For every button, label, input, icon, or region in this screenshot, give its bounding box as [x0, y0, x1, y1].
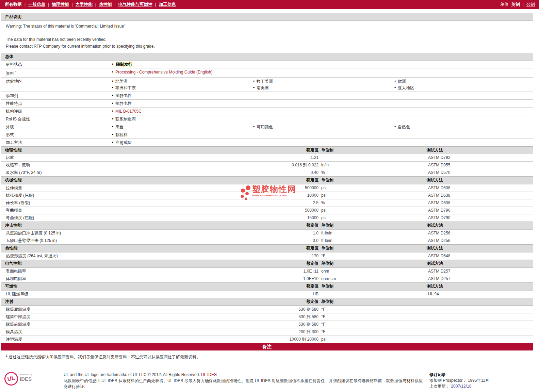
col-header-method: 测试方法	[427, 261, 533, 266]
nav-item-2[interactable]: 物理性能	[52, 2, 69, 7]
property-value-col-1: •联系制造商	[110, 116, 251, 122]
bullet-item: •非洲和中东	[110, 85, 251, 91]
nav-item-6[interactable]: 加工信息	[159, 2, 176, 7]
bullet-icon: •	[110, 93, 115, 98]
property-value-col-3: •自然色	[392, 124, 533, 130]
description-line-3: Please contact RTP Company for current i…	[6, 43, 529, 50]
nav-separator: |	[48, 2, 49, 7]
table-section-title: 电气性能	[1, 261, 205, 266]
table-section-header: 热性能额定值单位制测试方法	[1, 244, 533, 252]
row-unit: psi	[318, 185, 427, 191]
general-row: 外观•黑色•可用颜色•自然色	[1, 123, 533, 131]
table-section-header: 冲击性能额定值单位制测试方法	[1, 222, 533, 229]
table-row: 螺筒中部温度530 到 580°F	[1, 313, 533, 321]
row-value: 530 到 580	[205, 314, 318, 320]
row-unit: %	[318, 200, 427, 206]
table-section-title: 热性能	[1, 246, 205, 251]
bullet-icon: •	[110, 69, 115, 75]
bullet-item: •亚太地区	[392, 85, 533, 91]
col-header-unit: 单位制	[318, 148, 427, 153]
row-label: 比重	[1, 155, 205, 160]
bullet-icon: •	[110, 140, 115, 145]
ul-logo-icon: UL	[3, 371, 19, 386]
unit-english[interactable]: 英制	[511, 2, 520, 7]
property-value-text: 拉丁美洲	[257, 79, 273, 84]
units-label: 单位	[500, 2, 509, 7]
footer-english-text: UL and the UL logo are trademarks of UL …	[64, 372, 200, 377]
property-value-col-2	[251, 109, 392, 114]
property-label: 形式	[1, 132, 110, 137]
footnote-superscript: 1	[6, 354, 7, 357]
table-row: 弯曲模量500000psiASTM D790	[1, 207, 533, 214]
table-section-header: 注射额定值单位制	[1, 298, 533, 306]
property-value-text: 北美洲	[115, 79, 128, 84]
row-value: 0.016 到 0.022	[205, 163, 318, 168]
row-value: 1.21	[205, 155, 318, 160]
property-value-text: 南美洲	[257, 85, 269, 91]
table-row: 悬壁梁缺口冲击强度 (0.125 in)1.0ft·lb/inASTM D256	[1, 229, 533, 237]
property-label: 供货地区	[1, 79, 110, 91]
general-row: 添加剂•抗静电性	[1, 92, 533, 99]
property-value-text: 抗静电性	[115, 93, 132, 98]
property-value-text: 欧洲	[398, 79, 406, 84]
row-label: 伸长率 (断裂)	[1, 200, 205, 206]
row-test-method	[427, 307, 533, 312]
general-row: 资料 1•Processing - Comprehensive Molding …	[1, 68, 533, 77]
bullet-icon: •	[110, 62, 115, 67]
row-label: 收缩率 - 流动	[1, 163, 205, 168]
row-test-method: ASTM D257	[427, 269, 533, 274]
col-header-value: 额定值	[205, 246, 318, 251]
property-value-link[interactable]: Processing - Comprehensive Molding Guide…	[115, 69, 212, 75]
row-test-method: ASTM D638	[427, 185, 533, 191]
nav-item-5[interactable]: 电气性能与可燃性	[118, 2, 152, 7]
revision-added-value: 1995年11月	[468, 378, 489, 383]
footer-chinese-text: 此数据表中的信息由 UL IDES 从该材料的生产商处获得。UL IDES 尽最…	[64, 378, 425, 390]
table-section-title: 注射	[1, 299, 205, 304]
col-header-unit: 单位制	[318, 178, 427, 183]
property-value-col-2	[251, 140, 392, 145]
col-header-value: 额定值	[205, 178, 318, 183]
row-label: 螺筒中部温度	[1, 314, 205, 320]
property-value-col-1: •抗静电性	[110, 101, 251, 106]
nav-separator: |	[115, 2, 116, 7]
bullet-icon: •	[392, 124, 398, 130]
row-test-method	[427, 337, 533, 342]
table-row: 热变形温度 (264 psi, 未退火)170°FASTM D648	[1, 252, 533, 260]
row-test-method: ASTM D570	[427, 170, 533, 175]
table-row: UL 阻燃等级HBUL 94	[1, 290, 533, 298]
row-label: 注塑温度	[1, 337, 205, 342]
row-unit: ohm·cm	[318, 276, 427, 281]
col-header-unit: 单位制	[318, 246, 427, 251]
row-label: 抗张强度 (屈服)	[1, 193, 205, 198]
row-unit	[318, 155, 427, 160]
bullet-item: •注射成型	[110, 140, 251, 145]
table-section-header: 电气性能额定值单位制测试方法	[1, 260, 533, 267]
row-unit: ft·lb/in	[318, 231, 427, 236]
property-value-link[interactable]: MIL B-81705C	[115, 109, 142, 114]
table-row: 螺筒后部温度530 到 580°F	[1, 306, 533, 313]
property-value-col-1: •注射成型	[110, 140, 251, 145]
table-row: 拉伸模量500000psiASTM D638	[1, 184, 533, 192]
unit-metric-link[interactable]: 公制	[526, 2, 535, 7]
row-label: 拉伸模量	[1, 185, 205, 191]
property-value-col-3	[392, 109, 533, 114]
property-value-text: 注射成型	[115, 140, 132, 145]
row-value: 10000 到 20000	[205, 337, 318, 342]
col-header-method: 测试方法	[427, 246, 533, 251]
nav-item-1[interactable]: 一般信息	[28, 2, 45, 7]
property-value-col-3	[392, 132, 533, 137]
property-value-col-3	[392, 101, 533, 106]
property-label: 加工方法	[1, 140, 110, 145]
nav-item-4[interactable]: 热性能	[99, 2, 112, 7]
row-unit: °F	[318, 307, 427, 312]
property-value-text: 亚太地区	[398, 85, 414, 91]
property-value-text: 联系制造商	[115, 116, 136, 122]
nav-item-3[interactable]: 力学性能	[76, 2, 93, 7]
notes-banner: 备注	[1, 343, 533, 350]
row-test-method: ASTM D257	[427, 276, 533, 281]
content-frame: 产品说明 Warning: The status of this materia…	[1, 13, 533, 392]
warning-text: Warning: The status of this material is …	[6, 23, 529, 30]
ul-ides-link[interactable]: UL IDES	[201, 372, 217, 377]
row-test-method: UL 94	[427, 292, 533, 297]
table-section-title: 可燃性	[1, 284, 205, 289]
